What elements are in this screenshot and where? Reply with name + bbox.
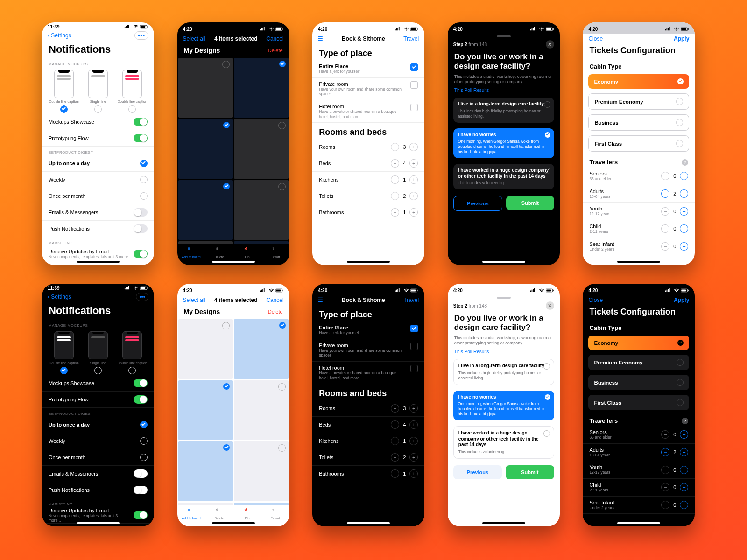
place-private[interactable]: Private roomHave your own room and share…: [312, 78, 424, 100]
tb-pin[interactable]: 📌Pin: [233, 508, 261, 520]
select-all-button[interactable]: Select all: [183, 297, 206, 303]
close-button[interactable]: Close: [588, 297, 603, 303]
travel-button[interactable]: Travel: [403, 35, 419, 42]
delete-button[interactable]: Delete: [268, 48, 283, 53]
cabin-economy[interactable]: Economy: [588, 74, 689, 89]
row-emails[interactable]: Emails & Messengers: [42, 466, 154, 482]
design-cell[interactable]: [178, 180, 233, 240]
toggle[interactable]: [134, 118, 148, 126]
row-updates-email[interactable]: Receive Updates by EmailNew components, …: [42, 507, 154, 524]
row-freq-weekly[interactable]: Weekly: [42, 172, 154, 188]
row-freq-monthly[interactable]: Once per month: [42, 188, 154, 204]
cabin-business[interactable]: Business: [588, 375, 689, 390]
row-prototyping-flow[interactable]: Prototypung Flow: [42, 130, 154, 147]
cabin-first[interactable]: First Class: [588, 135, 689, 152]
place-private[interactable]: Private roomHave your own room and share…: [312, 339, 424, 362]
tb-delete[interactable]: 🗑Delete: [205, 247, 233, 259]
tb-export[interactable]: ⇪Export: [261, 508, 289, 520]
row-freq-daily[interactable]: Up to once a day: [42, 417, 154, 433]
back-button[interactable]: ‹ Settings: [48, 32, 71, 39]
design-cell[interactable]: [178, 119, 233, 179]
row-prototyping-flow[interactable]: Prototypung Flow: [42, 392, 154, 408]
filter-icon[interactable]: ☰: [318, 35, 323, 42]
design-cell[interactable]: [234, 119, 289, 179]
row-updates-email[interactable]: Receive Updates by EmailNew components, …: [42, 246, 154, 262]
poll-option-1[interactable]: I live in a long-term design care facili…: [453, 98, 554, 123]
apply-button[interactable]: Apply: [674, 297, 689, 303]
tb-export[interactable]: ⇪Export: [261, 247, 289, 259]
mockup-option-3[interactable]: Double line caption: [117, 331, 148, 374]
toggle[interactable]: [134, 134, 148, 142]
cabin-premium[interactable]: Premium Economy: [588, 93, 689, 110]
submit-button[interactable]: Submit: [506, 196, 554, 210]
delete-button[interactable]: Delete: [268, 309, 283, 315]
row-mockups-showcase[interactable]: Mockups Showcase: [42, 375, 154, 392]
mockup-option-3[interactable]: Double line caption: [117, 70, 148, 113]
row-mockups-showcase[interactable]: Mockups Showcase: [42, 114, 154, 130]
cabin-economy[interactable]: Economy: [588, 336, 689, 350]
row-freq-monthly[interactable]: Once per month: [42, 449, 154, 466]
select-all-button[interactable]: Select all: [183, 35, 206, 42]
design-cell[interactable]: [234, 380, 289, 440]
design-cell[interactable]: [178, 503, 233, 505]
design-cell[interactable]: [178, 241, 233, 244]
tb-pin[interactable]: 📌Pin: [233, 247, 261, 259]
apply-button[interactable]: Apply: [674, 35, 689, 42]
row-freq-daily[interactable]: Up to once a day: [42, 155, 154, 172]
design-cell[interactable]: [178, 380, 233, 440]
row-emails[interactable]: Emails & Messengers: [42, 204, 154, 221]
row-push[interactable]: Push Notifications: [42, 482, 154, 498]
poll-option-1[interactable]: I live in a long-term design care facili…: [453, 359, 554, 385]
more-button[interactable]: •••: [136, 293, 148, 301]
design-cell[interactable]: [234, 503, 289, 505]
place-hotel[interactable]: Hotel roomHave a private or shared room …: [312, 100, 424, 123]
poll-option-2[interactable]: I have no worriesOne morning, when Grego…: [453, 128, 554, 159]
design-cell[interactable]: [234, 180, 289, 240]
toggle[interactable]: [134, 250, 148, 258]
help-icon[interactable]: ?: [682, 159, 688, 166]
place-entire[interactable]: Entire PlaceHave a jerk for yourself: [312, 60, 424, 78]
design-cell[interactable]: [234, 58, 289, 118]
mockup-option-1[interactable]: Double line caption: [49, 331, 79, 374]
more-button[interactable]: •••: [134, 31, 148, 40]
poll-results-link[interactable]: This Poll Results: [448, 87, 560, 95]
toggle[interactable]: [134, 208, 148, 217]
row-freq-weekly[interactable]: Weekly: [42, 433, 154, 449]
place-hotel[interactable]: Hotel roomHave a private or shared room …: [312, 362, 424, 384]
cabin-premium[interactable]: Premium Economy: [588, 355, 689, 370]
close-icon[interactable]: ✕: [546, 301, 554, 310]
tb-add[interactable]: ▦Add to board: [177, 247, 205, 259]
tb-delete[interactable]: 🗑Delete: [205, 508, 233, 520]
poll-option-3[interactable]: I have worked in a huge design company o…: [453, 426, 554, 459]
filter-icon[interactable]: ☰: [318, 297, 323, 303]
mockup-option-2[interactable]: Single line: [83, 70, 113, 113]
help-icon[interactable]: ?: [682, 418, 688, 424]
row-discounts[interactable]: Discounts & DealsSometimes we collect pr…: [42, 262, 154, 265]
row-discounts[interactable]: Discounts & Deals: [42, 524, 154, 526]
design-cell[interactable]: [178, 319, 233, 379]
mockup-option-2[interactable]: Single line: [83, 331, 113, 374]
toggle[interactable]: [134, 224, 148, 233]
close-icon[interactable]: ✕: [546, 40, 554, 49]
design-cell[interactable]: [234, 441, 289, 501]
cabin-business[interactable]: Business: [588, 114, 689, 131]
design-cell[interactable]: [178, 441, 233, 501]
design-cell[interactable]: [234, 241, 289, 244]
place-entire[interactable]: Entire PlaceHave a jerk for yourself: [312, 322, 424, 339]
previous-button[interactable]: Previous: [453, 196, 502, 211]
cancel-button[interactable]: Cancel: [266, 35, 283, 42]
poll-results-link[interactable]: This Poll Results: [448, 348, 560, 356]
design-cell[interactable]: [234, 319, 289, 379]
previous-button[interactable]: Previous: [453, 465, 502, 479]
poll-option-2[interactable]: I have no worriesOne morning, when Grego…: [453, 391, 554, 421]
row-push[interactable]: Push Notifications: [42, 221, 154, 237]
travel-button[interactable]: Travel: [403, 297, 419, 303]
close-button[interactable]: Close: [588, 35, 603, 42]
design-cell[interactable]: [178, 58, 233, 118]
back-button[interactable]: ‹ Settings: [48, 294, 71, 300]
cancel-button[interactable]: Cancel: [266, 297, 283, 303]
cabin-first[interactable]: First Class: [588, 395, 689, 410]
poll-option-3[interactable]: I have worked in a huge design company o…: [453, 164, 554, 189]
mockup-option-1[interactable]: Double line caption: [49, 70, 79, 113]
submit-button[interactable]: Submit: [506, 465, 554, 479]
